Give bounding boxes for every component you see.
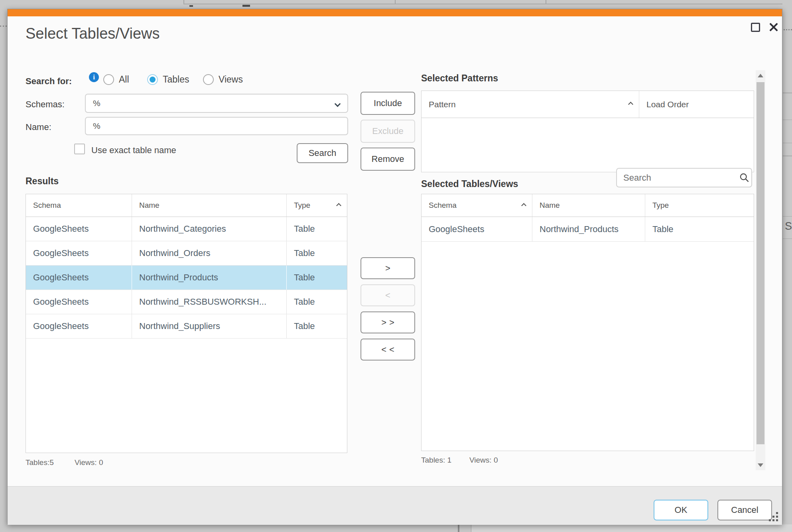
background-partial-text: S bbox=[785, 220, 792, 233]
selected-tables-heading: Selected Tables/Views bbox=[421, 179, 518, 189]
background-divider bbox=[783, 238, 792, 239]
sort-ascending-icon bbox=[521, 203, 526, 208]
column-header-schema[interactable]: Schema bbox=[422, 194, 532, 217]
dialog-footer: OK Cancel bbox=[8, 486, 782, 525]
radio-all-circle bbox=[103, 74, 114, 85]
radio-tables-circle bbox=[147, 74, 158, 85]
patterns-header-row: Pattern Load Order bbox=[422, 91, 754, 118]
search-button[interactable]: Search bbox=[297, 143, 348, 163]
include-button[interactable]: Include bbox=[361, 92, 415, 115]
background-mark bbox=[242, 5, 250, 7]
table-row-selected[interactable]: GoogleSheets Northwind_Products Table bbox=[26, 266, 347, 290]
results-views-count: Views: 0 bbox=[75, 458, 103, 467]
table-row[interactable]: GoogleSheets Northwind_Categories Table bbox=[26, 217, 347, 241]
background-divider bbox=[458, 524, 459, 532]
search-icon[interactable] bbox=[739, 172, 750, 183]
move-all-left-button[interactable]: << bbox=[361, 339, 415, 361]
scroll-up-icon[interactable] bbox=[756, 70, 765, 81]
column-header-type[interactable]: Type bbox=[645, 194, 754, 217]
radio-tables-label: Tables bbox=[163, 74, 189, 85]
radio-views-circle bbox=[203, 74, 214, 85]
selected-patterns-heading: Selected Patterns bbox=[421, 73, 498, 84]
selected-tables-search bbox=[616, 168, 752, 187]
radio-views-label: Views bbox=[219, 74, 243, 85]
dialog-title: Select Tables/Views bbox=[26, 25, 160, 42]
radio-all[interactable]: All bbox=[103, 74, 129, 85]
scroll-down-icon[interactable] bbox=[756, 460, 765, 470]
selected-header-row: Schema Name Type bbox=[422, 194, 754, 217]
remove-button[interactable]: Remove bbox=[361, 148, 415, 171]
radio-tables[interactable]: Tables bbox=[147, 74, 189, 85]
select-tables-views-dialog: Select Tables/Views Search for: i All Ta… bbox=[7, 9, 782, 524]
resize-grip[interactable] bbox=[776, 519, 778, 521]
column-header-pattern[interactable]: Pattern bbox=[422, 91, 639, 118]
sort-ascending-icon bbox=[336, 203, 341, 208]
results-table: Schema Name Type GoogleSheets Northwind_… bbox=[26, 194, 347, 453]
selected-views-count: Views: 0 bbox=[469, 456, 498, 465]
selected-tables-count: Tables: 1 bbox=[421, 456, 451, 465]
move-right-button[interactable]: > bbox=[361, 257, 415, 279]
selected-tables-table: Schema Name Type GoogleSheets Northwind_… bbox=[421, 194, 754, 451]
background-divider bbox=[783, 216, 792, 217]
search-input[interactable] bbox=[617, 172, 739, 183]
dialog-accent-bar bbox=[8, 9, 782, 16]
column-header-name[interactable]: Name bbox=[532, 194, 645, 217]
column-header-name[interactable]: Name bbox=[132, 194, 287, 217]
search-for-label: Search for: bbox=[26, 76, 72, 87]
maximize-icon[interactable] bbox=[751, 23, 760, 32]
table-row[interactable]: GoogleSheets Northwind_RSSBUSWORKSH... T… bbox=[26, 290, 347, 314]
table-row[interactable]: GoogleSheets Northwind_Orders Table bbox=[26, 241, 347, 266]
background-mark bbox=[189, 5, 193, 7]
schemas-select[interactable] bbox=[85, 94, 348, 113]
background-divider bbox=[783, 120, 792, 120]
vertical-scrollbar[interactable] bbox=[756, 70, 765, 470]
radio-views[interactable]: Views bbox=[203, 74, 243, 85]
exact-table-name-label[interactable]: Use exact table name bbox=[91, 145, 176, 156]
name-label: Name: bbox=[26, 122, 51, 132]
table-row[interactable]: GoogleSheets Northwind_Suppliers Table bbox=[26, 314, 347, 339]
background-divider bbox=[783, 156, 792, 156]
background-divider bbox=[783, 143, 792, 143]
screen: S Select Tables/Views Search for: i All … bbox=[0, 0, 792, 532]
name-input[interactable] bbox=[85, 117, 348, 135]
ok-button[interactable]: OK bbox=[654, 500, 708, 520]
info-icon[interactable]: i bbox=[89, 72, 99, 82]
move-left-button[interactable]: < bbox=[361, 284, 415, 306]
close-icon[interactable] bbox=[768, 21, 780, 33]
exclude-button[interactable]: Exclude bbox=[361, 120, 415, 143]
background-divider bbox=[783, 93, 792, 93]
sort-ascending-icon bbox=[628, 102, 633, 107]
selected-patterns-table: Pattern Load Order bbox=[421, 91, 754, 172]
column-header-load-order[interactable]: Load Order bbox=[639, 91, 754, 118]
results-header-row: Schema Name Type bbox=[26, 194, 347, 217]
background-dotted-line bbox=[0, 26, 7, 27]
schemas-label: Schemas: bbox=[26, 99, 65, 110]
results-tables-count: Tables:5 bbox=[26, 458, 54, 467]
column-header-type[interactable]: Type bbox=[287, 194, 347, 217]
move-all-right-button[interactable]: >> bbox=[361, 311, 415, 333]
table-row[interactable]: GoogleSheets Northwind_Products Table bbox=[422, 217, 754, 242]
radio-all-label: All bbox=[119, 74, 129, 85]
scrollbar-thumb[interactable] bbox=[757, 82, 764, 444]
background-panel bbox=[471, 524, 792, 532]
background-divider bbox=[183, 4, 782, 4]
exact-table-name-checkbox[interactable] bbox=[74, 144, 85, 154]
column-header-schema[interactable]: Schema bbox=[26, 194, 132, 217]
background-dotted-line bbox=[784, 29, 792, 30]
background-divider bbox=[471, 524, 471, 532]
cancel-button[interactable]: Cancel bbox=[717, 500, 772, 520]
results-heading: Results bbox=[26, 176, 59, 187]
